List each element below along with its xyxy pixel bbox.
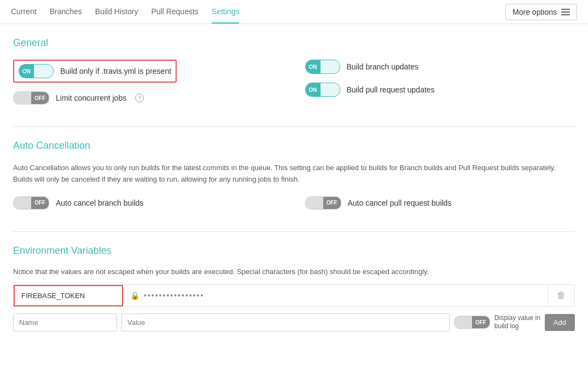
toggle-on-label [14,92,31,104]
branch-updates-row: ON Build branch updates [305,60,575,74]
general-right-col: ON Build branch updates ON Build pull re… [305,60,575,113]
tab-pull-requests[interactable]: Pull Requests [151,1,198,24]
divider-2 [13,231,575,232]
toggle-off-part [34,65,40,78]
divider-1 [13,126,575,127]
env-vars-description: Notice that the values are not escaped w… [13,268,575,276]
concurrent-jobs-label: Limit concurrent jobs [56,94,126,102]
auto-cancellation-left-col: OFF Auto cancel branch builds [13,196,283,218]
environment-variables-section: Environment Variables Notice that the va… [13,245,575,332]
concurrent-jobs-toggle[interactable]: OFF [13,91,49,104]
help-icon[interactable]: ? [135,94,144,102]
auto-cancellation-description: Auto Cancellation allows you to only run… [13,162,575,185]
env-vars-title: Environment Variables [13,245,575,257]
cancel-branch-label: Auto cancel branch builds [56,199,143,207]
top-navigation: Current Branches Build History Pull Requ… [0,0,588,24]
general-section: General ON Build only if .travis.yml is … [13,37,575,113]
toggle-off-display: OFF [472,316,490,328]
branch-updates-label: Build branch updates [347,62,419,71]
nav-tabs: Current Branches Build History Pull Requ… [11,1,505,24]
add-env-var-button[interactable]: Add [545,314,575,331]
toggle-on-part: ON [19,65,34,78]
general-left-col: ON Build only if .travis.yml is present … [13,60,283,113]
toggle-off-part-branch [321,60,327,73]
toggle-on-part-pr: ON [306,83,321,96]
travis-yml-toggle[interactable]: ON [19,64,54,78]
tab-branches[interactable]: Branches [50,1,82,24]
lock-icon: 🔒 [130,291,139,300]
cancel-branch-toggle[interactable]: OFF [13,196,49,210]
cancel-pr-row: OFF Auto cancel pull request builds [305,196,575,210]
toggle-off-label: OFF [31,92,49,104]
auto-cancellation-title: Auto Cancellation [13,140,575,152]
display-toggle-label: Display value inbuild log [494,314,540,331]
more-options-button[interactable]: More options [505,4,577,20]
tab-settings[interactable]: Settings [212,1,240,24]
auto-cancellation-columns: OFF Auto cancel branch builds OFF Auto c… [13,196,575,218]
env-var-dots: •••••••••••••••• [144,291,204,300]
env-var-actions: 🗑 [548,286,574,305]
toggle-off-cancel-branch: OFF [31,197,49,209]
toggle-on-display [455,316,472,328]
cancel-pr-label: Auto cancel pull request builds [348,199,452,207]
toggle-on-part-branch: ON [306,60,321,73]
new-env-var-row: OFF Display value inbuild log Add [13,313,575,332]
general-title: General [13,37,575,49]
env-var-firebase: FIREBASE_TOKEN 🔒 •••••••••••••••• 🗑 [13,284,575,307]
hamburger-icon [561,9,570,15]
toggle-on-cancel-pr [306,197,323,209]
env-var-value-cell: 🔒 •••••••••••••••• [123,287,548,304]
travis-yml-label: Build only if .travis.yml is present [60,67,171,75]
auto-cancellation-section: Auto Cancellation Auto Cancellation allo… [13,140,575,218]
cancel-branch-row: OFF Auto cancel branch builds [13,196,283,210]
env-value-input[interactable] [121,313,450,332]
toggle-off-part-pr [321,83,327,96]
toggle-on-cancel-branch [14,197,31,209]
tab-build-history[interactable]: Build History [95,1,138,24]
tab-current[interactable]: Current [11,1,37,24]
branch-updates-toggle[interactable]: ON [305,60,340,74]
main-content: General ON Build only if .travis.yml is … [0,24,588,345]
display-toggle-wrapper: OFF Display value inbuild log [454,314,540,331]
toggle-off-cancel-pr: OFF [323,197,341,209]
env-var-name: FIREBASE_TOKEN [14,285,123,306]
concurrent-jobs-row: OFF Limit concurrent jobs ? [13,91,283,104]
env-name-input[interactable] [13,313,117,332]
cancel-pr-toggle[interactable]: OFF [305,196,341,210]
delete-env-var-button[interactable]: 🗑 [557,290,566,300]
more-options-label: More options [513,8,557,16]
auto-cancellation-right-col: OFF Auto cancel pull request builds [305,196,575,218]
general-settings-columns: ON Build only if .travis.yml is present … [13,60,575,113]
pull-request-updates-label: Build pull request updates [347,85,435,94]
travis-yml-row: ON Build only if .travis.yml is present [13,60,177,83]
pull-request-updates-row: ON Build pull request updates [305,83,575,97]
pull-request-updates-toggle[interactable]: ON [305,83,340,97]
display-value-toggle[interactable]: OFF [454,316,490,329]
